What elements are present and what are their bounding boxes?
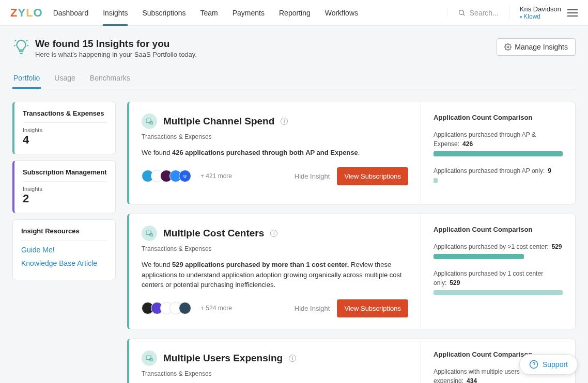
insight-description: We found 529 applications purchased by m… [142,260,408,290]
sidebar-group-title: Transactions & Expenses [23,109,107,122]
sidebar-group-label: Insights [23,127,107,133]
insights-list: Multiple Channel SpendiTransactions & Ex… [127,102,576,383]
nav-subscriptions[interactable]: Subscriptions [142,1,185,25]
insight-card: Multiple Channel SpendiTransactions & Ex… [127,102,576,204]
resources-title: Insight Resources [21,227,107,240]
help-icon [529,360,538,369]
sidebar: Transactions & ExpensesInsights4Subscrip… [12,102,116,286]
view-subscriptions-button[interactable]: View Subscriptions [337,299,408,317]
tab-benchmarks[interactable]: Benchmarks [89,69,131,89]
insight-title: Multiple Users Expensing [163,353,283,364]
metric-value: 434 [467,377,477,384]
sidebar-group[interactable]: Subscription ManagementInsights2 [12,161,116,213]
svg-line-12 [152,236,152,236]
tab-portfolio[interactable]: Portfolio [12,69,41,89]
svg-point-6 [507,46,509,48]
app-avatars: U [142,170,188,182]
comparison-title: Application Count Comparison [434,226,563,233]
insight-category: Transactions & Expenses [142,133,408,140]
metric-bar [434,151,563,156]
app-avatars [142,302,188,314]
metric-bar [434,254,524,259]
search-placeholder: Search... [470,9,499,17]
sidebar-resources: Insight ResourcesGuide Me!Knowledge Base… [12,219,116,280]
insight-type-icon [142,114,157,129]
svg-rect-10 [146,231,151,234]
more-apps-count: + 524 more [200,305,232,312]
view-subscriptions-button[interactable]: View Subscriptions [337,167,408,185]
resource-link[interactable]: Knowledge Base Article [21,259,107,267]
nav-reporting[interactable]: Reporting [279,1,311,25]
user-name: Kris Davidson [520,5,561,13]
svg-line-1 [463,14,465,15]
resource-link[interactable]: Guide Me! [21,246,107,254]
manage-insights-button[interactable]: Manage Insights [497,38,576,56]
insight-card: Multiple Users ExpensingiTransactions & … [127,339,576,384]
nav-team[interactable]: Team [200,1,218,25]
page-subtitle: Here is what's happening in your SaaS Po… [35,51,197,58]
insight-type-icon [142,350,157,366]
sidebar-group[interactable]: Transactions & ExpensesInsights4 [12,102,116,154]
support-button[interactable]: Support [519,354,578,375]
svg-rect-7 [146,119,151,122]
nav-payments[interactable]: Payments [233,1,265,25]
sidebar-group-title: Subscription Management [23,168,107,181]
sidebar-group-count: 4 [23,133,107,147]
app-avatar [179,302,191,314]
metric-value: 529 [551,243,562,250]
hide-insight-link[interactable]: Hide Insight [295,305,330,312]
sidebar-group-label: Insights [23,186,107,192]
insight-tabs: PortfolioUsageBenchmarks [12,69,576,89]
metric-value: 9 [548,167,551,174]
tab-usage[interactable]: Usage [53,69,76,89]
metric-bar [434,290,563,295]
search-input[interactable]: Search... [447,9,499,17]
main-nav: DashboardInsightsSubscriptionsTeamPaymen… [53,1,447,25]
insight-category: Transactions & Expenses [142,370,408,377]
nav-workflows[interactable]: Workflows [325,1,358,25]
metric-value: 529 [450,279,460,286]
app-avatar: U [179,170,191,182]
insight-title: Multiple Cost Centers [163,228,264,239]
svg-line-9 [152,124,152,124]
insight-type-icon [142,226,157,241]
metric-bar [434,178,438,183]
lightbulb-icon [12,38,30,56]
svg-line-4 [15,40,16,41]
info-icon[interactable]: i [289,355,296,362]
insight-description: We found 426 applications purchased thro… [142,148,408,158]
user-org: Klowd [520,13,561,20]
nav-insights[interactable]: Insights [103,1,128,25]
insight-title: Multiple Channel Spend [163,116,274,127]
logo[interactable]: ZYLO [10,6,43,20]
sidebar-group-count: 2 [23,192,107,205]
user-menu[interactable]: Kris Davidson Klowd [509,5,578,20]
svg-rect-13 [146,356,151,359]
nav-dashboard[interactable]: Dashboard [53,1,89,25]
page-title: We found 15 Insights for you [35,38,197,50]
page-header: We found 15 Insights for you Here is wha… [0,26,588,65]
metric-label: Applications purchased by >1 cost center… [434,243,548,250]
comparison-title: Application Count Comparison [434,114,563,121]
more-apps-count: + 421 more [200,172,232,180]
svg-point-0 [459,10,463,15]
insight-card: Multiple Cost CentersiTransactions & Exp… [127,214,576,329]
gear-icon [504,43,512,51]
topbar: ZYLO DashboardInsightsSubscriptionsTeamP… [0,0,588,26]
hide-insight-link[interactable]: Hide Insight [295,172,330,180]
metric-label: Applications purchased through AP & Expe… [434,131,536,148]
metric-label: Applications purchased through AP only: [434,167,545,174]
svg-line-5 [26,40,27,41]
insight-category: Transactions & Expenses [142,245,408,252]
menu-icon[interactable] [567,7,578,19]
info-icon[interactable]: i [281,118,288,125]
info-icon[interactable]: i [270,230,277,237]
search-icon [458,9,466,17]
metric-value: 426 [462,140,473,148]
svg-line-15 [152,360,152,361]
